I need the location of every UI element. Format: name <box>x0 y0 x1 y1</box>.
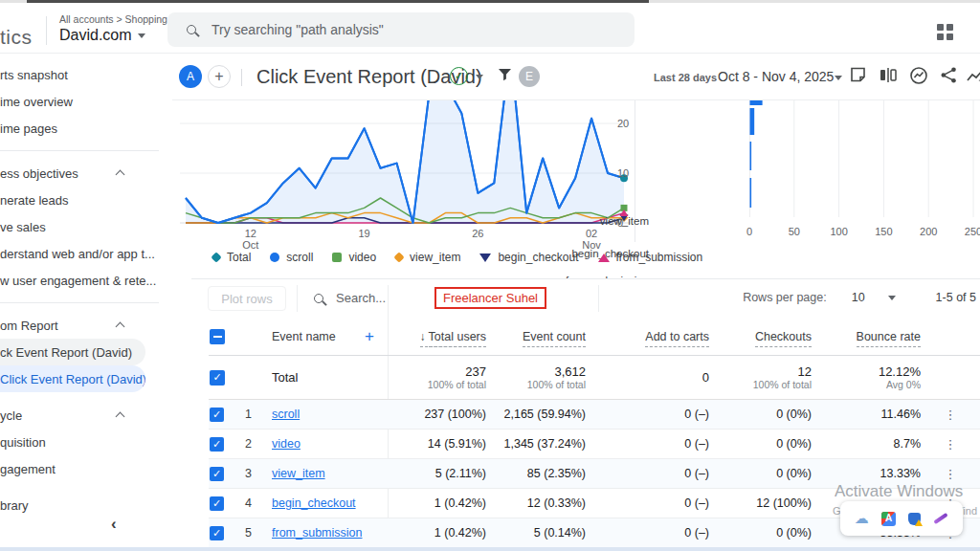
cell-event_count: 5 (0.14%) <box>486 526 586 540</box>
row-number: 5 <box>245 526 272 540</box>
cell-total_users: 237 (100%) <box>388 408 486 421</box>
pagination-status: 1-5 of 5 <box>936 291 976 304</box>
chevron-up-icon[interactable] <box>116 412 125 422</box>
chevron-down-icon[interactable] <box>888 296 896 300</box>
report-avatar[interactable]: A <box>179 65 202 88</box>
sidebar-item-rts-snapshot[interactable]: rts snapshot <box>0 61 172 88</box>
rows-per-page-label: Rows per page: <box>743 291 827 304</box>
saved-check-icon[interactable]: ✓ <box>450 67 468 85</box>
cell-event_count: 1,345 (37.24%) <box>486 437 586 451</box>
line-chart[interactable] <box>180 100 630 231</box>
sidebar-item-derstand-web-and-or-app-t-[interactable]: derstand web and/or app t... <box>0 240 172 267</box>
column-bounce-rate[interactable]: Bounce rate <box>812 330 921 343</box>
cell-bounce_rate: 8.7% <box>812 437 921 451</box>
event-link-begin_checkout[interactable]: begin_checkout <box>272 496 356 510</box>
column-event-name[interactable]: Event name <box>272 330 336 343</box>
cell-event_count: 85 (2.35%) <box>486 467 586 480</box>
column-total-users[interactable]: ↓Total users <box>388 330 486 343</box>
legend-item-scroll[interactable]: scroll <box>270 251 313 264</box>
cloud-icon[interactable]: ☁ <box>855 510 869 527</box>
search-icon <box>187 25 196 34</box>
cell-bounce_rate: 13.33% <box>812 467 921 480</box>
row-checkbox[interactable]: ✓ <box>210 526 224 540</box>
sparkline-insights-icon[interactable] <box>967 66 980 85</box>
legend-item-begin_checkout[interactable]: begin_checkout <box>479 251 578 264</box>
event-link-video[interactable]: video <box>272 437 301 451</box>
row-number: 4 <box>245 496 272 510</box>
sidebar-item-ess-objectives[interactable]: ess objectives <box>0 160 172 187</box>
column-event-count[interactable]: Event count <box>486 330 586 343</box>
cell-add_to_carts: 0 (–) <box>586 437 709 451</box>
sidebar-item-ime-pages[interactable]: ime pages <box>0 115 172 142</box>
row-checkbox[interactable]: ✓ <box>210 496 224 511</box>
analytics-logo[interactable]: tics <box>0 26 33 49</box>
sidebar-item-w-user-engagement-rete-[interactable]: w user engagement & rete... <box>0 267 172 294</box>
sidebar-item-quisition[interactable]: quisition <box>0 429 172 455</box>
sidebar-item-click-event-report-david-[interactable]: Click Event Report (David) <box>0 365 145 392</box>
header-actions <box>842 66 980 89</box>
y-tick: 10 <box>617 167 629 179</box>
sidebar-item-ime-overview[interactable]: ime overview <box>0 88 172 115</box>
chart-legend: Totalscrollvideoview_itembegin_checkoutf… <box>212 251 702 264</box>
bar-chart[interactable] <box>749 100 977 219</box>
feedback-note-icon[interactable] <box>849 66 867 84</box>
sidebar-item-ycle[interactable]: ycle <box>0 402 172 429</box>
column-add-to-carts[interactable]: Add to carts <box>586 330 709 343</box>
sidebar-nav: rts snapshotime overviewime pagesess obj… <box>0 54 172 551</box>
comparison-icon[interactable] <box>879 66 898 84</box>
row-checkbox[interactable]: ✓ <box>210 467 224 481</box>
sidebar-item-om-report[interactable]: om Report <box>0 312 172 339</box>
diagnostics-grid-icon[interactable] <box>937 24 953 40</box>
rows-per-page-select[interactable]: 10 <box>852 291 865 304</box>
user-avatar[interactable]: E <box>519 66 540 87</box>
table-search-input[interactable]: Search... <box>314 291 386 305</box>
total-row-checkbox[interactable]: ✓ <box>210 370 225 386</box>
shield-icon[interactable] <box>908 513 921 525</box>
event-link-from_submission[interactable]: from_submission <box>272 526 362 540</box>
sidebar-item-ck-event-report-david-[interactable]: ck Event Report (David) <box>0 339 145 365</box>
row-menu-kebab-icon[interactable]: ⋮ <box>921 408 980 422</box>
add-dimension-button[interactable]: + <box>365 327 374 346</box>
account-switcher[interactable]: David.com <box>59 27 145 44</box>
row-number: 3 <box>245 467 272 480</box>
breadcrumb[interactable]: All accounts > Shopping <box>59 13 167 25</box>
sidebar-item-gagement[interactable]: gagement <box>0 455 172 482</box>
add-report-button[interactable]: + <box>208 65 231 88</box>
sidebar-item-ve-sales[interactable]: ve sales <box>0 213 172 240</box>
share-icon[interactable] <box>940 66 958 84</box>
sidebar-collapse-button[interactable]: ‹ <box>111 515 117 534</box>
chevron-up-icon[interactable] <box>116 322 125 332</box>
row-checkbox[interactable]: ✓ <box>210 408 224 422</box>
ga4-report-screen: tics All accounts > Shopping David.com T… <box>0 0 980 551</box>
row-checkbox[interactable]: ✓ <box>210 437 224 452</box>
divider <box>598 285 599 312</box>
photos-app-icon[interactable] <box>881 512 896 526</box>
cell-checkouts: 0 (0%) <box>709 437 812 451</box>
top-bar: tics All accounts > Shopping David.com T… <box>0 3 980 54</box>
legend-item-video[interactable]: video <box>332 251 376 264</box>
legend-item-from_submission[interactable]: from_submission <box>598 251 703 264</box>
sidebar-item-brary[interactable]: brary <box>0 492 172 518</box>
pen-icon[interactable] <box>934 513 948 524</box>
chevron-up-icon[interactable] <box>116 170 125 180</box>
filter-icon[interactable] <box>498 68 512 81</box>
legend-item-view_item[interactable]: view_item <box>395 251 460 264</box>
bar-x-tick: 150 <box>875 226 892 237</box>
event-link-scroll[interactable]: scroll <box>272 408 300 421</box>
legend-item-total[interactable]: Total <box>212 251 251 264</box>
plot-rows-button[interactable]: Plot rows <box>208 286 286 311</box>
cell-event_count: 2,165 (59.94%) <box>486 408 586 421</box>
event-link-view_item[interactable]: view_item <box>272 467 325 480</box>
chevron-down-icon[interactable] <box>476 75 483 79</box>
row-menu-kebab-icon[interactable]: ⋮ <box>921 437 980 452</box>
insights-icon[interactable] <box>909 66 928 85</box>
select-all-checkbox[interactable] <box>210 329 225 344</box>
row-menu-kebab-icon[interactable]: ⋮ <box>921 467 980 481</box>
date-range-picker[interactable]: Oct 8 - Nov 4, 2025 <box>718 69 834 84</box>
table-row-video: ✓2video14 (5.91%)1,345 (37.24%)0 (–)0 (0… <box>209 430 980 459</box>
global-search-input[interactable]: Try searching "path analysis" <box>167 12 635 47</box>
sidebar-item-nerate-leads[interactable]: nerate leads <box>0 187 172 213</box>
chevron-down-icon <box>835 76 842 80</box>
column-checkouts[interactable]: Checkouts <box>709 330 812 343</box>
cell-total_users: 14 (5.91%) <box>388 437 486 451</box>
